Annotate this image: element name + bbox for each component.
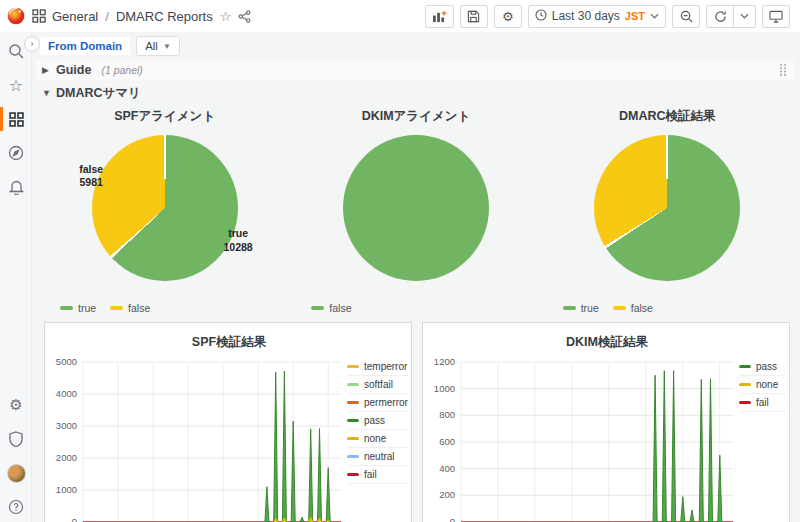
panel-dmarc-result: DMARC検証結果 truefalse — [545, 102, 790, 318]
svg-text:0: 0 — [450, 516, 455, 522]
row-guide-panel-count: (1 panel) — [101, 64, 142, 76]
panel-title[interactable]: DKIMアライメント — [293, 102, 538, 125]
svg-text:4000: 4000 — [56, 388, 77, 399]
dashboard-settings-button[interactable]: ⚙︎ — [494, 5, 522, 28]
dkim-alignment-pie[interactable] — [343, 135, 489, 281]
search-icon — [8, 43, 24, 59]
breadcrumb: General / DMARC Reports ☆ — [52, 9, 251, 24]
time-range-label: Last 30 days — [552, 9, 620, 23]
legend-item[interactable]: none — [739, 376, 785, 394]
panel-spf-alignment: SPFアライメント true10288false5981 truefalse — [42, 102, 287, 318]
zoom-out-icon — [680, 10, 693, 23]
breadcrumb-title[interactable]: DMARC Reports — [116, 9, 213, 24]
submenu-row: From Domain All ▼ — [32, 32, 800, 60]
dmarc-result-pie[interactable] — [594, 135, 740, 281]
clock-icon — [535, 9, 547, 24]
avatar — [7, 464, 26, 483]
row-dmarc-summary-title: DMARCサマリ — [56, 85, 141, 102]
share-icon[interactable] — [238, 10, 251, 23]
gear-icon: ⚙︎ — [502, 9, 514, 24]
chevron-down-icon — [740, 13, 749, 19]
legend-item[interactable]: false — [110, 302, 150, 314]
panel-title[interactable]: DKIM検証結果 — [427, 328, 787, 351]
legend-item[interactable]: permerror — [347, 394, 408, 412]
sidebar-expand-button[interactable]: › — [24, 36, 40, 52]
toolbar: ⚙︎ Last 30 days JST — [425, 5, 790, 28]
from-domain-value: All — [145, 40, 158, 52]
dkim-verification-chart[interactable]: 11/2812/0212/0612/1012/1412/1812/2212/26… — [427, 354, 735, 522]
sidebar-item-alerting[interactable] — [0, 172, 32, 202]
legend-item[interactable]: false — [613, 302, 653, 314]
row-dmarc-summary[interactable]: ▼ DMARCサマリ — [36, 84, 794, 102]
sidebar-item-server-admin[interactable] — [0, 424, 32, 454]
refresh-button[interactable] — [706, 5, 734, 28]
pie-legend[interactable]: false — [311, 302, 351, 314]
svg-text:5000: 5000 — [56, 356, 77, 367]
panel-title[interactable]: DMARC検証結果 — [545, 102, 790, 125]
compass-icon — [8, 145, 24, 161]
shield-icon — [9, 431, 23, 447]
tv-mode-button[interactable] — [762, 5, 790, 28]
pie-slice-label: true10288 — [224, 227, 253, 253]
svg-text:800: 800 — [439, 409, 455, 420]
pie-legend[interactable]: truefalse — [60, 302, 150, 314]
chevron-down-icon: ▼ — [42, 88, 50, 98]
zoom-out-button[interactable] — [672, 5, 700, 28]
verification-panels-row: SPF検証結果 11/2812/0212/0612/1012/1412/1812… — [44, 322, 790, 522]
legend-item[interactable]: pass — [739, 358, 785, 376]
legend-item[interactable]: fail — [347, 466, 408, 484]
sidebar-item-configuration[interactable]: ⚙︎ — [0, 390, 32, 420]
bell-icon — [9, 179, 24, 195]
svg-text:400: 400 — [439, 463, 455, 474]
legend-item[interactable]: fail — [739, 394, 785, 412]
svg-text:1000: 1000 — [56, 484, 77, 495]
chart-legend[interactable]: passnonefail — [735, 354, 787, 522]
refresh-button-group — [706, 5, 756, 28]
sidebar-item-help[interactable] — [0, 492, 32, 522]
sidebar-item-profile[interactable] — [0, 458, 32, 488]
legend-item[interactable]: true — [60, 302, 96, 314]
legend-item[interactable]: neutral — [347, 448, 408, 466]
svg-text:3000: 3000 — [56, 420, 77, 431]
panel-dkim-alignment: DKIMアライメント false — [293, 102, 538, 318]
legend-item[interactable]: false — [311, 302, 351, 314]
sidebar-item-explore[interactable] — [0, 138, 32, 168]
from-domain-select[interactable]: All ▼ — [136, 36, 180, 56]
legend-item[interactable]: temperror — [347, 358, 408, 376]
help-icon — [8, 499, 24, 515]
panel-dkim-verification: DKIM検証結果 11/2812/0212/0612/1012/1412/181… — [422, 322, 790, 522]
refresh-interval-dropdown[interactable] — [734, 5, 756, 28]
legend-item[interactable]: true — [563, 302, 599, 314]
dashboard-grid-icon — [32, 9, 46, 23]
panel-spf-verification: SPF検証結果 11/2812/0212/0612/1012/1412/1812… — [44, 322, 412, 522]
row-guide-title: Guide — [56, 63, 91, 77]
chart-legend[interactable]: temperrorsoftfailpermerrorpassnoneneutra… — [343, 354, 410, 522]
svg-text:1000: 1000 — [434, 383, 455, 394]
legend-item[interactable]: pass — [347, 412, 408, 430]
legend-item[interactable]: none — [347, 430, 408, 448]
svg-text:1200: 1200 — [434, 356, 455, 367]
pie-legend[interactable]: truefalse — [563, 302, 653, 314]
drag-handle-icon[interactable] — [778, 63, 788, 77]
row-guide[interactable]: ▶ Guide (1 panel) — [36, 60, 794, 80]
svg-text:0: 0 — [72, 516, 77, 522]
grafana-logo[interactable] — [0, 6, 32, 26]
time-range-picker[interactable]: Last 30 days JST — [528, 5, 666, 28]
panel-title[interactable]: SPF検証結果 — [49, 328, 409, 351]
chevron-down-icon: ▼ — [163, 42, 171, 51]
sidebar-item-starred[interactable]: ☆ — [0, 70, 32, 100]
svg-text:200: 200 — [439, 489, 455, 500]
save-dashboard-button[interactable] — [460, 5, 488, 28]
refresh-icon — [714, 10, 727, 23]
sidebar-item-dashboards[interactable] — [0, 104, 32, 134]
spf-alignment-pie[interactable] — [92, 135, 238, 281]
breadcrumb-section[interactable]: General — [52, 9, 98, 24]
panel-title[interactable]: SPFアライメント — [42, 102, 287, 125]
legend-item[interactable]: softfail — [347, 376, 408, 394]
monitor-icon — [769, 10, 783, 23]
summary-panels-row: SPFアライメント true10288false5981 truefalse D… — [32, 102, 800, 318]
spf-verification-chart[interactable]: 11/2812/0212/0612/1012/1412/1812/2212/26… — [49, 354, 343, 522]
star-icon[interactable]: ☆ — [220, 9, 232, 24]
from-domain-label[interactable]: From Domain — [40, 37, 130, 55]
add-panel-button[interactable] — [425, 5, 454, 28]
